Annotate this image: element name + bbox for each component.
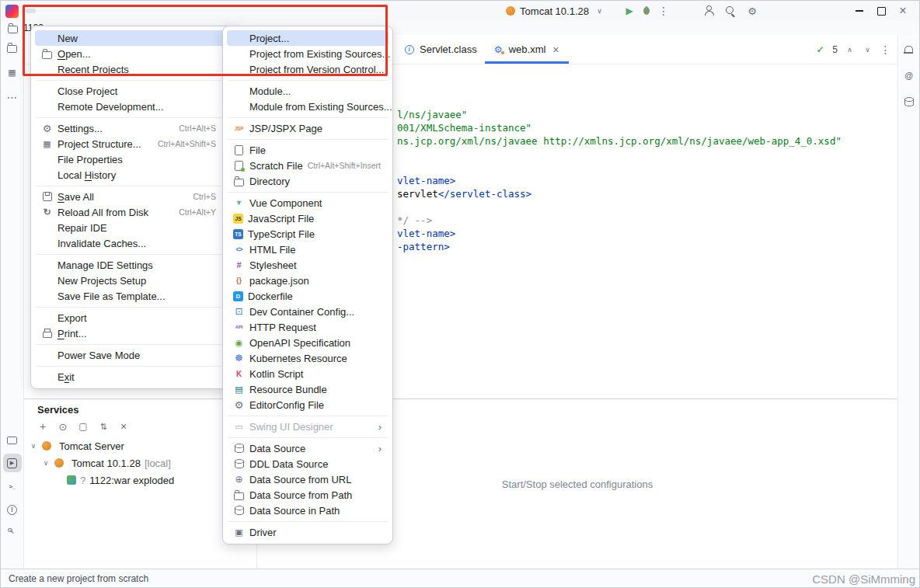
- menu-item[interactable]: Module...: [227, 83, 389, 99]
- toolbar-button[interactable]: [34, 419, 51, 434]
- menu-item[interactable]: New Projects Setup: [35, 273, 234, 288]
- services-empty-text: Start/Stop selected configurations: [502, 478, 653, 490]
- tab-options-icon[interactable]: [880, 43, 891, 55]
- menu-item[interactable]: Dockerfile: [227, 288, 389, 304]
- more-actions-icon[interactable]: [658, 5, 670, 17]
- menubar-item[interactable]: [137, 9, 148, 13]
- chevron-down-icon[interactable]: ∨: [29, 442, 38, 450]
- menu-item[interactable]: Data Source: [227, 440, 389, 456]
- menu-item[interactable]: HTTP Request: [227, 319, 389, 335]
- menubar-item[interactable]: [124, 9, 135, 13]
- menubar-item[interactable]: [37, 9, 48, 13]
- close-tab-icon[interactable]: [550, 44, 561, 55]
- menu-item[interactable]: Save All Ctrl+S: [35, 189, 234, 204]
- tool-window-button[interactable]: [900, 66, 918, 85]
- run-config-selector[interactable]: Tomcat 10.1.28: [501, 4, 610, 19]
- menu-item[interactable]: Power Save Mode: [35, 347, 234, 363]
- menu-item[interactable]: Local History: [35, 167, 234, 183]
- menu-item[interactable]: Scratch File Ctrl+Alt+Shift+Insert: [227, 158, 389, 173]
- menu-item[interactable]: Driver: [227, 524, 389, 540]
- previous-problem-icon[interactable]: [844, 43, 856, 55]
- menubar-item[interactable]: [62, 9, 73, 13]
- menu-item[interactable]: File: [227, 142, 389, 158]
- settings-icon[interactable]: [747, 5, 758, 17]
- menu-item[interactable]: Project Structure... Ctrl+Alt+Shift+S: [35, 136, 234, 151]
- menu-item[interactable]: Stylesheet: [227, 257, 389, 273]
- chevron-down-icon[interactable]: ∨: [41, 459, 51, 467]
- menu-item[interactable]: Dev Container Config...: [227, 304, 389, 319]
- menu-item[interactable]: Project...: [227, 30, 389, 46]
- menu-item[interactable]: Data Source in Path: [227, 503, 389, 518]
- menubar-item[interactable]: [25, 9, 36, 13]
- tool-window-button[interactable]: [900, 92, 918, 111]
- toolbar-button[interactable]: [95, 419, 112, 434]
- menu-item[interactable]: Settings... Ctrl+Alt+S: [35, 120, 234, 136]
- menu-item[interactable]: Directory: [227, 173, 389, 189]
- editor-tab[interactable]: web.xml: [485, 35, 570, 64]
- menu-item-label: Data Source from Path: [249, 489, 352, 501]
- menu-item[interactable]: Save File as Template...: [35, 288, 234, 304]
- menubar-item[interactable]: [112, 9, 123, 13]
- menu-item[interactable]: Kotlin Script: [227, 366, 389, 381]
- menu-item[interactable]: Open...: [35, 46, 234, 61]
- editor-tab[interactable]: Servlet.class: [396, 35, 485, 64]
- menu-item[interactable]: Resource Bundle: [227, 381, 389, 397]
- menu-item[interactable]: Exit: [35, 369, 234, 384]
- menu-item[interactable]: Vue Component: [227, 195, 389, 210]
- menu-item[interactable]: JavaScript File: [227, 210, 389, 226]
- menu-item[interactable]: Swing UI Designer: [227, 419, 389, 434]
- maximize-button[interactable]: [876, 5, 887, 17]
- menu-item[interactable]: Remote Development...: [35, 99, 234, 114]
- menu-item[interactable]: Print...: [35, 325, 234, 341]
- tool-window-button[interactable]: [3, 38, 22, 57]
- toolbar-button[interactable]: [75, 419, 92, 434]
- tool-window-button[interactable]: [3, 524, 22, 542]
- menu-item[interactable]: Data Source from Path: [227, 487, 389, 503]
- tool-window-button[interactable]: [3, 430, 22, 449]
- menu-item[interactable]: New: [35, 30, 234, 46]
- menu-item[interactable]: DDL Data Source: [227, 456, 389, 471]
- tool-window-button[interactable]: [3, 88, 22, 106]
- toolbar-button[interactable]: [115, 419, 132, 434]
- tool-window-button[interactable]: [3, 500, 22, 519]
- toolbar-button[interactable]: [54, 419, 71, 434]
- menu-item[interactable]: Reload All from Disk Ctrl+Alt+Y: [35, 204, 234, 220]
- css-icon: [233, 259, 245, 271]
- menubar-item[interactable]: [50, 9, 61, 13]
- menu-item[interactable]: Project from Version Control...: [227, 61, 389, 77]
- tool-window-button[interactable]: [3, 477, 22, 496]
- close-button[interactable]: [897, 5, 909, 17]
- menu-item[interactable]: Kubernetes Resource: [227, 350, 389, 366]
- code-with-me-icon[interactable]: [703, 5, 715, 17]
- search-icon[interactable]: [725, 5, 737, 17]
- menu-item[interactable]: TypeScript File: [227, 226, 389, 242]
- menubar-item[interactable]: [162, 9, 172, 13]
- menu-item[interactable]: Invalidate Caches...: [35, 235, 234, 251]
- menu-item[interactable]: Recent Projects: [35, 61, 234, 77]
- dir-icon: [233, 176, 245, 187]
- minimize-button[interactable]: [854, 5, 866, 17]
- menu-item[interactable]: File Properties: [35, 151, 234, 167]
- menu-item[interactable]: Module from Existing Sources...: [227, 99, 389, 114]
- run-button[interactable]: [624, 5, 636, 17]
- tool-window-button[interactable]: [3, 63, 22, 82]
- menu-item[interactable]: Data Source from URL: [227, 471, 389, 487]
- menubar-item[interactable]: [87, 9, 98, 13]
- menu-item[interactable]: HTML File: [227, 242, 389, 257]
- menu-item[interactable]: Close Project: [35, 83, 234, 99]
- menubar-item[interactable]: [149, 9, 160, 13]
- menu-item[interactable]: JSP/JSPX Page: [227, 120, 389, 136]
- menu-item[interactable]: Repair IDE: [35, 220, 234, 235]
- menu-item[interactable]: Export: [35, 310, 234, 325]
- next-problem-icon[interactable]: [862, 43, 873, 55]
- menu-item[interactable]: EditorConfig File: [227, 397, 389, 412]
- menu-item[interactable]: package.json: [227, 273, 389, 288]
- tool-window-button[interactable]: [900, 40, 918, 58]
- menubar-item[interactable]: [99, 9, 110, 13]
- menu-item[interactable]: Manage IDE Settings: [35, 257, 234, 273]
- menu-item[interactable]: Project from Existing Sources...: [227, 46, 389, 61]
- menubar-item[interactable]: [75, 9, 85, 13]
- menu-item[interactable]: OpenAPI Specification: [227, 335, 389, 350]
- tool-window-button[interactable]: [3, 454, 22, 472]
- debug-button[interactable]: [643, 7, 650, 15]
